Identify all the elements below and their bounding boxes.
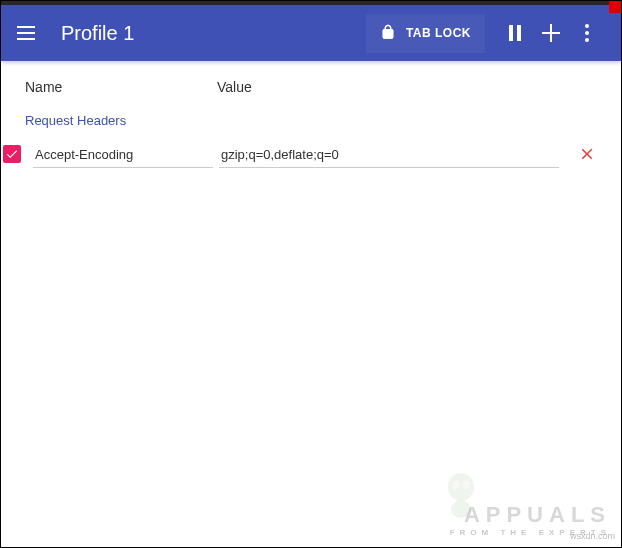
watermark-mascot	[441, 469, 481, 519]
request-headers-section-label: Request Headers	[21, 113, 601, 128]
watermark-text: APPUALS FROM THE EXPERTS	[450, 502, 611, 537]
plus-icon	[542, 24, 560, 42]
vertical-dots-icon	[585, 24, 589, 42]
column-headers: Name Value	[21, 79, 601, 95]
header-value-input[interactable]: gzip;q=0,deflate;q=0	[219, 141, 559, 168]
delete-row-button[interactable]	[573, 140, 601, 168]
svg-point-2	[452, 481, 460, 489]
pause-button[interactable]	[497, 15, 533, 51]
more-options-button[interactable]	[569, 15, 605, 51]
tab-lock-label: TAB LOCK	[406, 26, 471, 40]
content-area: Name Value Request Headers Accept-Encodi…	[1, 61, 621, 186]
header-row: Accept-Encoding gzip;q=0,deflate;q=0	[21, 140, 601, 168]
pause-icon	[509, 25, 521, 41]
row-enable-checkbox[interactable]	[3, 145, 21, 163]
svg-point-1	[451, 500, 471, 518]
column-header-value: Value	[217, 79, 601, 95]
checkmark-icon	[5, 147, 19, 161]
watermark-sub: FROM THE EXPERTS	[450, 528, 611, 537]
svg-point-0	[448, 473, 474, 501]
profile-title: Profile 1	[61, 22, 366, 45]
close-icon	[578, 145, 596, 163]
svg-point-3	[462, 481, 470, 489]
header-name-text: Accept-Encoding	[35, 147, 133, 162]
header-name-input[interactable]: Accept-Encoding	[33, 141, 213, 168]
header-value-text: gzip;q=0,deflate;q=0	[221, 147, 339, 162]
app-header: Profile 1 TAB LOCK	[1, 5, 621, 61]
watermark-domain: wsxdn.com	[570, 531, 615, 541]
lock-icon	[380, 22, 396, 45]
hamburger-menu-icon[interactable]	[17, 21, 41, 45]
window-close-corner[interactable]	[609, 1, 621, 13]
tab-lock-button[interactable]: TAB LOCK	[366, 14, 485, 53]
add-button[interactable]	[533, 15, 569, 51]
watermark-main: APPUALS	[464, 502, 611, 527]
column-header-name: Name	[25, 79, 217, 95]
